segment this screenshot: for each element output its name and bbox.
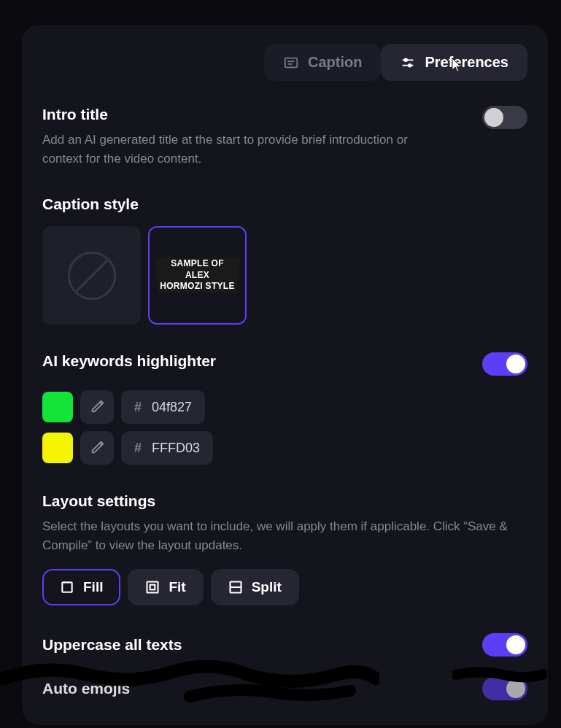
layout-fit-label: Fit <box>169 579 185 595</box>
svg-line-8 <box>75 259 107 291</box>
caption-style-section: Caption style SAMPLE OF ALEX HORMOZI STY… <box>42 195 527 325</box>
style-sample-text: SAMPLE OF ALEX HORMOZI STYLE <box>150 258 245 293</box>
eyedropper-button-2[interactable] <box>80 431 114 465</box>
auto-emojis-heading: Auto emojis <box>42 680 130 697</box>
layout-fill-label: Fill <box>83 579 103 595</box>
intro-title-heading: Intro title <box>42 106 451 123</box>
layout-split-label: Split <box>252 579 282 595</box>
toggle-thumb <box>484 108 503 127</box>
eyedropper-icon <box>89 399 105 415</box>
intro-title-desc: Add an AI generated title at the start t… <box>42 131 451 168</box>
intro-title-section: Intro title Add an AI generated title at… <box>42 106 527 168</box>
hash-symbol: # <box>134 400 142 415</box>
auto-emojis-section: Auto emojis <box>42 677 527 700</box>
preferences-panel: Caption Preferences Intro title Add an A… <box>22 25 548 725</box>
toggle-thumb <box>506 635 525 654</box>
eyedropper-button-1[interactable] <box>80 390 114 424</box>
tab-preferences[interactable]: Preferences <box>381 44 527 81</box>
uppercase-toggle[interactable] <box>482 633 527 657</box>
toggle-thumb <box>506 679 525 698</box>
caption-icon <box>283 55 299 71</box>
fill-icon <box>60 580 74 595</box>
uppercase-heading: Uppercase all texts <box>42 636 182 654</box>
tab-caption[interactable]: Caption <box>264 44 381 81</box>
hash-symbol: # <box>134 441 142 456</box>
none-icon <box>64 248 120 303</box>
layout-heading: Layout settings <box>42 492 527 510</box>
sliders-icon <box>400 55 416 71</box>
fit-icon <box>145 580 160 595</box>
keywords-heading: AI keywords highlighter <box>42 352 216 370</box>
eyedropper-icon <box>89 440 105 456</box>
style-option-hormozi[interactable]: SAMPLE OF ALEX HORMOZI STYLE <box>148 226 247 325</box>
style-option-none[interactable] <box>42 226 141 325</box>
hex-input-1[interactable]: # 04f827 <box>121 390 205 424</box>
caption-style-heading: Caption style <box>42 195 527 213</box>
layout-desc: Select the layouts you want to include, … <box>42 517 524 554</box>
auto-emojis-toggle[interactable] <box>482 677 527 700</box>
svg-rect-11 <box>150 585 155 590</box>
svg-point-6 <box>409 63 411 66</box>
intro-title-toggle[interactable] <box>482 106 527 129</box>
layout-fit-button[interactable]: Fit <box>128 569 203 605</box>
color-row-1: # 04f827 <box>42 390 527 424</box>
color-swatch-green[interactable] <box>42 392 73 422</box>
tab-preferences-label: Preferences <box>425 54 508 71</box>
color-row-2: # FFFD03 <box>42 431 527 465</box>
style-options: SAMPLE OF ALEX HORMOZI STYLE <box>42 226 527 325</box>
layout-buttons: Fill Fit Split <box>42 569 527 605</box>
color-swatch-yellow[interactable] <box>42 433 73 463</box>
tab-caption-label: Caption <box>308 54 362 71</box>
hex-value-2: FFFD03 <box>152 441 200 456</box>
tab-bar: Caption Preferences <box>42 44 527 81</box>
uppercase-section: Uppercase all texts <box>42 633 527 657</box>
layout-fill-button[interactable]: Fill <box>42 569 120 605</box>
split-icon <box>228 580 243 595</box>
svg-rect-9 <box>62 582 71 592</box>
svg-rect-10 <box>147 582 158 593</box>
svg-point-5 <box>405 58 408 61</box>
hex-value-1: 04f827 <box>152 400 192 415</box>
layout-split-button[interactable]: Split <box>211 569 299 605</box>
layout-section: Layout settings Select the layouts you w… <box>42 492 527 605</box>
hex-input-2[interactable]: # FFFD03 <box>121 431 213 465</box>
keywords-section: AI keywords highlighter # 04f827 <box>42 352 527 465</box>
toggle-thumb <box>506 355 525 373</box>
color-rows: # 04f827 # FFFD03 <box>42 390 527 465</box>
keywords-toggle[interactable] <box>482 352 527 376</box>
svg-rect-0 <box>285 58 298 67</box>
